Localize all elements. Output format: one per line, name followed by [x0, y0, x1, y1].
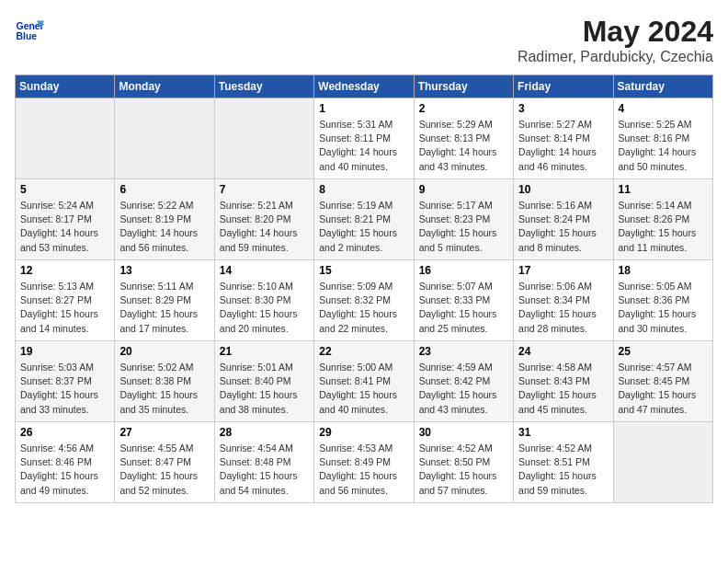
page-title: May 2024 — [518, 15, 713, 49]
col-header-monday: Monday — [115, 75, 214, 98]
day-number: 5 — [20, 183, 109, 196]
calendar-cell: 27Sunrise: 4:55 AM Sunset: 8:47 PM Dayli… — [115, 422, 214, 503]
col-header-saturday: Saturday — [613, 75, 712, 98]
day-number: 20 — [119, 345, 209, 358]
calendar-cell: 17Sunrise: 5:06 AM Sunset: 8:34 PM Dayli… — [514, 260, 613, 341]
day-info: Sunrise: 5:09 AM Sunset: 8:32 PM Dayligh… — [319, 280, 408, 336]
col-header-tuesday: Tuesday — [214, 75, 313, 98]
day-info: Sunrise: 5:27 AM Sunset: 8:14 PM Dayligh… — [518, 118, 608, 174]
page-subtitle: Radimer, Pardubicky, Czechia — [518, 49, 713, 65]
col-header-friday: Friday — [514, 75, 613, 98]
col-header-thursday: Thursday — [414, 75, 513, 98]
day-info: Sunrise: 5:10 AM Sunset: 8:30 PM Dayligh… — [220, 280, 309, 336]
day-info: Sunrise: 4:52 AM Sunset: 8:51 PM Dayligh… — [518, 442, 608, 498]
calendar-cell: 25Sunrise: 4:57 AM Sunset: 8:45 PM Dayli… — [613, 341, 712, 422]
day-number: 15 — [319, 264, 408, 277]
day-info: Sunrise: 4:59 AM Sunset: 8:42 PM Dayligh… — [419, 361, 508, 417]
calendar-cell: 31Sunrise: 4:52 AM Sunset: 8:51 PM Dayli… — [514, 422, 613, 503]
calendar-cell: 6Sunrise: 5:22 AM Sunset: 8:19 PM Daylig… — [115, 179, 214, 260]
day-number: 16 — [419, 264, 508, 277]
calendar-cell: 22Sunrise: 5:00 AM Sunset: 8:41 PM Dayli… — [314, 341, 414, 422]
day-info: Sunrise: 5:03 AM Sunset: 8:37 PM Dayligh… — [20, 361, 109, 417]
day-number: 17 — [518, 264, 608, 277]
day-info: Sunrise: 4:58 AM Sunset: 8:43 PM Dayligh… — [518, 361, 608, 417]
day-number: 11 — [619, 183, 708, 196]
day-number: 6 — [119, 183, 209, 196]
day-number: 9 — [419, 183, 508, 196]
day-info: Sunrise: 5:16 AM Sunset: 8:24 PM Dayligh… — [518, 199, 608, 255]
week-row-2: 5Sunrise: 5:24 AM Sunset: 8:17 PM Daylig… — [16, 179, 713, 260]
calendar-cell: 5Sunrise: 5:24 AM Sunset: 8:17 PM Daylig… — [16, 179, 115, 260]
day-info: Sunrise: 4:56 AM Sunset: 8:46 PM Dayligh… — [20, 442, 109, 498]
day-number: 27 — [119, 426, 209, 439]
calendar-cell: 16Sunrise: 5:07 AM Sunset: 8:33 PM Dayli… — [414, 260, 513, 341]
calendar-cell: 13Sunrise: 5:11 AM Sunset: 8:29 PM Dayli… — [115, 260, 214, 341]
calendar-cell — [16, 98, 115, 179]
day-info: Sunrise: 5:01 AM Sunset: 8:40 PM Dayligh… — [220, 361, 309, 417]
calendar-cell — [214, 98, 313, 179]
day-number: 29 — [319, 426, 408, 439]
col-header-wednesday: Wednesday — [314, 75, 414, 98]
day-info: Sunrise: 5:14 AM Sunset: 8:26 PM Dayligh… — [619, 199, 708, 255]
calendar-cell: 21Sunrise: 5:01 AM Sunset: 8:40 PM Dayli… — [214, 341, 313, 422]
logo-icon: General Blue — [15, 15, 44, 44]
day-info: Sunrise: 5:29 AM Sunset: 8:13 PM Dayligh… — [419, 118, 508, 174]
calendar-cell: 26Sunrise: 4:56 AM Sunset: 8:46 PM Dayli… — [16, 422, 115, 503]
calendar-cell: 24Sunrise: 4:58 AM Sunset: 8:43 PM Dayli… — [514, 341, 613, 422]
day-info: Sunrise: 5:11 AM Sunset: 8:29 PM Dayligh… — [119, 280, 209, 336]
calendar-cell: 7Sunrise: 5:21 AM Sunset: 8:20 PM Daylig… — [214, 179, 313, 260]
day-number: 28 — [220, 426, 309, 439]
day-info: Sunrise: 5:25 AM Sunset: 8:16 PM Dayligh… — [619, 118, 708, 174]
day-info: Sunrise: 5:19 AM Sunset: 8:21 PM Dayligh… — [319, 199, 408, 255]
day-info: Sunrise: 5:22 AM Sunset: 8:19 PM Dayligh… — [119, 199, 209, 255]
day-number: 25 — [619, 345, 708, 358]
day-info: Sunrise: 4:53 AM Sunset: 8:49 PM Dayligh… — [319, 442, 408, 498]
calendar-cell: 11Sunrise: 5:14 AM Sunset: 8:26 PM Dayli… — [613, 179, 712, 260]
day-number: 3 — [518, 102, 608, 115]
day-info: Sunrise: 5:21 AM Sunset: 8:20 PM Dayligh… — [220, 199, 309, 255]
day-info: Sunrise: 4:54 AM Sunset: 8:48 PM Dayligh… — [220, 442, 309, 498]
col-header-sunday: Sunday — [16, 75, 115, 98]
day-number: 13 — [119, 264, 209, 277]
day-number: 31 — [518, 426, 608, 439]
calendar-cell: 28Sunrise: 4:54 AM Sunset: 8:48 PM Dayli… — [214, 422, 313, 503]
day-number: 1 — [319, 102, 408, 115]
day-number: 23 — [419, 345, 508, 358]
calendar-cell: 1Sunrise: 5:31 AM Sunset: 8:11 PM Daylig… — [314, 98, 414, 179]
day-info: Sunrise: 5:00 AM Sunset: 8:41 PM Dayligh… — [319, 361, 408, 417]
day-info: Sunrise: 5:07 AM Sunset: 8:33 PM Dayligh… — [419, 280, 508, 336]
calendar-cell: 9Sunrise: 5:17 AM Sunset: 8:23 PM Daylig… — [414, 179, 513, 260]
calendar-cell: 23Sunrise: 4:59 AM Sunset: 8:42 PM Dayli… — [414, 341, 513, 422]
day-number: 19 — [20, 345, 109, 358]
day-number: 24 — [518, 345, 608, 358]
calendar-cell: 12Sunrise: 5:13 AM Sunset: 8:27 PM Dayli… — [16, 260, 115, 341]
calendar-cell: 10Sunrise: 5:16 AM Sunset: 8:24 PM Dayli… — [514, 179, 613, 260]
calendar-cell: 15Sunrise: 5:09 AM Sunset: 8:32 PM Dayli… — [314, 260, 414, 341]
day-info: Sunrise: 5:24 AM Sunset: 8:17 PM Dayligh… — [20, 199, 109, 255]
calendar-cell: 20Sunrise: 5:02 AM Sunset: 8:38 PM Dayli… — [115, 341, 214, 422]
day-info: Sunrise: 5:31 AM Sunset: 8:11 PM Dayligh… — [319, 118, 408, 174]
calendar-cell — [115, 98, 214, 179]
week-row-3: 12Sunrise: 5:13 AM Sunset: 8:27 PM Dayli… — [16, 260, 713, 341]
week-row-4: 19Sunrise: 5:03 AM Sunset: 8:37 PM Dayli… — [16, 341, 713, 422]
day-info: Sunrise: 4:55 AM Sunset: 8:47 PM Dayligh… — [119, 442, 209, 498]
day-number: 10 — [518, 183, 608, 196]
calendar-cell: 29Sunrise: 4:53 AM Sunset: 8:49 PM Dayli… — [314, 422, 414, 503]
day-info: Sunrise: 5:13 AM Sunset: 8:27 PM Dayligh… — [20, 280, 109, 336]
calendar-cell: 3Sunrise: 5:27 AM Sunset: 8:14 PM Daylig… — [514, 98, 613, 179]
header-row: SundayMondayTuesdayWednesdayThursdayFrid… — [16, 75, 713, 98]
day-number: 26 — [20, 426, 109, 439]
day-info: Sunrise: 5:17 AM Sunset: 8:23 PM Dayligh… — [419, 199, 508, 255]
day-number: 12 — [20, 264, 109, 277]
calendar-cell — [613, 422, 712, 503]
calendar-cell: 18Sunrise: 5:05 AM Sunset: 8:36 PM Dayli… — [613, 260, 712, 341]
day-number: 2 — [419, 102, 508, 115]
day-number: 22 — [319, 345, 408, 358]
day-number: 7 — [220, 183, 309, 196]
day-number: 8 — [319, 183, 408, 196]
day-number: 14 — [220, 264, 309, 277]
page-header: General Blue May 2024 Radimer, Pardubick… — [15, 15, 713, 65]
calendar-cell: 4Sunrise: 5:25 AM Sunset: 8:16 PM Daylig… — [613, 98, 712, 179]
day-number: 21 — [220, 345, 309, 358]
day-info: Sunrise: 5:02 AM Sunset: 8:38 PM Dayligh… — [119, 361, 209, 417]
